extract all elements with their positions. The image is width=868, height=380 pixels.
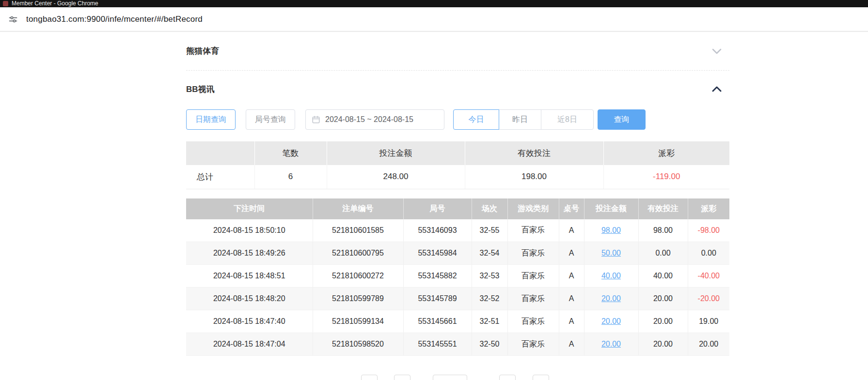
bet-amount-link[interactable]: 98.00	[601, 226, 621, 234]
order-id-cell: 521810598520	[313, 333, 403, 356]
game-type-cell: 百家乐	[507, 219, 559, 242]
url-text[interactable]: tongbao31.com:9900/infe/mcenter/#/betRec…	[26, 15, 203, 24]
bet-time-cell: 2024-08-15 18:48:51	[186, 265, 313, 288]
bet-record-page: 熊猫体育 BB视讯 日期查询 局号查询 2024-08-15 ~ 2024-08…	[186, 32, 729, 356]
bet-time-cell: 2024-08-15 18:47:40	[186, 310, 313, 333]
table-row: 2024-08-15 18:50:10 521810601585 5531460…	[186, 219, 729, 242]
date-range-value: 2024-08-15 ~ 2024-08-15	[325, 115, 413, 124]
table-row: 2024-08-15 18:49:26 521810600795 5531459…	[186, 242, 729, 265]
table-header-row: 下注时间 注单编号 局号 场次 游戏类别 桌号 投注金额 有效投注 派彩	[186, 198, 729, 219]
bet-amount-link[interactable]: 40.00	[601, 272, 621, 280]
bet-amount-link[interactable]: 20.00	[601, 340, 621, 348]
section-title: 熊猫体育	[186, 46, 219, 57]
game-type-cell: 百家乐	[507, 310, 559, 333]
summary-total-label: 总计	[186, 165, 254, 189]
round-id-cell: 553145789	[403, 288, 472, 310]
summary-header-blank	[186, 141, 254, 165]
pagination-jump-input[interactable]	[433, 375, 467, 380]
valid-bet-cell: 20.00	[638, 333, 688, 356]
summary-header-bet: 投注金额	[327, 141, 465, 165]
section-title: BB视讯	[186, 84, 215, 95]
site-settings-tune-icon[interactable]	[8, 14, 18, 25]
filter-toolbar: 日期查询 局号查询 2024-08-15 ~ 2024-08-15 今日 昨日 …	[186, 109, 729, 130]
order-id-cell: 521810600795	[313, 242, 403, 265]
game-type-cell: 百家乐	[507, 265, 559, 288]
pagination-next-button[interactable]	[499, 375, 516, 380]
payout-cell: 20.00	[688, 333, 729, 356]
yesterday-button[interactable]: 昨日	[499, 109, 541, 130]
round-id-cell: 553146093	[403, 219, 472, 242]
round-id-cell: 553145984	[403, 242, 472, 265]
browser-url-bar[interactable]: tongbao31.com:9900/infe/mcenter/#/betRec…	[0, 7, 868, 31]
order-id-cell: 521810599134	[313, 310, 403, 333]
bet-amount-link[interactable]: 20.00	[601, 294, 621, 303]
chevron-up-icon[interactable]	[711, 83, 723, 95]
bet-time-cell: 2024-08-15 18:50:10	[186, 219, 313, 242]
header-table-no: 桌号	[559, 198, 584, 219]
header-valid-bet: 有效投注	[638, 198, 688, 219]
payout-cell: -98.00	[688, 219, 729, 242]
bet-time-cell: 2024-08-15 18:49:26	[186, 242, 313, 265]
pagination-prev-button[interactable]	[361, 375, 378, 380]
app-window-icon	[3, 1, 8, 6]
summary-valid-value: 198.00	[465, 165, 603, 189]
table-row: 2024-08-15 18:48:20 521810599789 5531457…	[186, 288, 729, 310]
payout-cell: 19.00	[688, 310, 729, 333]
order-id-cell: 521810599789	[313, 288, 403, 310]
order-id-cell: 521810601585	[313, 219, 403, 242]
section-bb-video[interactable]: BB视讯	[186, 71, 729, 107]
window-titlebar: Member Center - Google Chrome	[0, 0, 868, 7]
round-query-tab-button[interactable]: 局号查询	[246, 109, 295, 130]
session-cell: 32-54	[472, 242, 507, 265]
bet-amount-link[interactable]: 20.00	[601, 317, 621, 325]
header-bet-time: 下注时间	[186, 198, 313, 219]
game-type-cell: 百家乐	[507, 242, 559, 265]
table-no-cell: A	[559, 242, 584, 265]
today-button[interactable]: 今日	[453, 109, 499, 130]
summary-header-row: 笔数 投注金额 有效投注 派彩	[186, 141, 729, 165]
summary-header-valid: 有效投注	[465, 141, 603, 165]
bet-amount-link[interactable]: 50.00	[601, 249, 621, 257]
game-type-cell: 百家乐	[507, 288, 559, 310]
chevron-down-icon[interactable]	[711, 46, 723, 57]
valid-bet-cell: 98.00	[638, 219, 688, 242]
bet-records-table: 下注时间 注单编号 局号 场次 游戏类别 桌号 投注金额 有效投注 派彩 202…	[186, 198, 729, 356]
bet-time-cell: 2024-08-15 18:47:04	[186, 333, 313, 356]
table-no-cell: A	[559, 310, 584, 333]
header-payout: 派彩	[688, 198, 729, 219]
summary-count-value: 6	[254, 165, 327, 189]
bet-time-cell: 2024-08-15 18:48:20	[186, 288, 313, 310]
summary-header-count: 笔数	[254, 141, 327, 165]
summary-table: 笔数 投注金额 有效投注 派彩 总计 6 248.00 198.00 -119.…	[186, 141, 729, 189]
table-row: 2024-08-15 18:48:51 521810600272 5531458…	[186, 265, 729, 288]
summary-header-payout: 派彩	[603, 141, 729, 165]
table-row: 2024-08-15 18:47:40 521810599134 5531456…	[186, 310, 729, 333]
date-range-input[interactable]: 2024-08-15 ~ 2024-08-15	[305, 109, 444, 130]
date-query-tab-button[interactable]: 日期查询	[186, 109, 236, 130]
header-game-type: 游戏类别	[507, 198, 559, 219]
payout-cell: -40.00	[688, 265, 729, 288]
valid-bet-cell: 20.00	[638, 288, 688, 310]
order-id-cell: 521810600272	[313, 265, 403, 288]
session-cell: 32-55	[472, 219, 507, 242]
section-panda-sports[interactable]: 熊猫体育	[186, 32, 729, 71]
window-title: Member Center - Google Chrome	[12, 0, 98, 7]
valid-bet-cell: 0.00	[638, 242, 688, 265]
table-no-cell: A	[559, 288, 584, 310]
header-round-id: 局号	[403, 198, 472, 219]
round-id-cell: 553145661	[403, 310, 472, 333]
pagination-control[interactable]	[533, 375, 549, 380]
last-8-days-button[interactable]: 近8日	[541, 109, 594, 130]
header-order-id: 注单编号	[313, 198, 403, 219]
summary-payout-value: -119.00	[603, 165, 729, 189]
game-type-cell: 百家乐	[507, 333, 559, 356]
summary-bet-value: 248.00	[327, 165, 465, 189]
calendar-icon	[312, 115, 320, 124]
session-cell: 32-52	[472, 288, 507, 310]
session-cell: 32-51	[472, 310, 507, 333]
table-no-cell: A	[559, 333, 584, 356]
session-cell: 32-50	[472, 333, 507, 356]
pagination-page-button[interactable]	[394, 375, 410, 380]
search-button[interactable]: 查询	[598, 109, 646, 130]
payout-cell: 0.00	[688, 242, 729, 265]
